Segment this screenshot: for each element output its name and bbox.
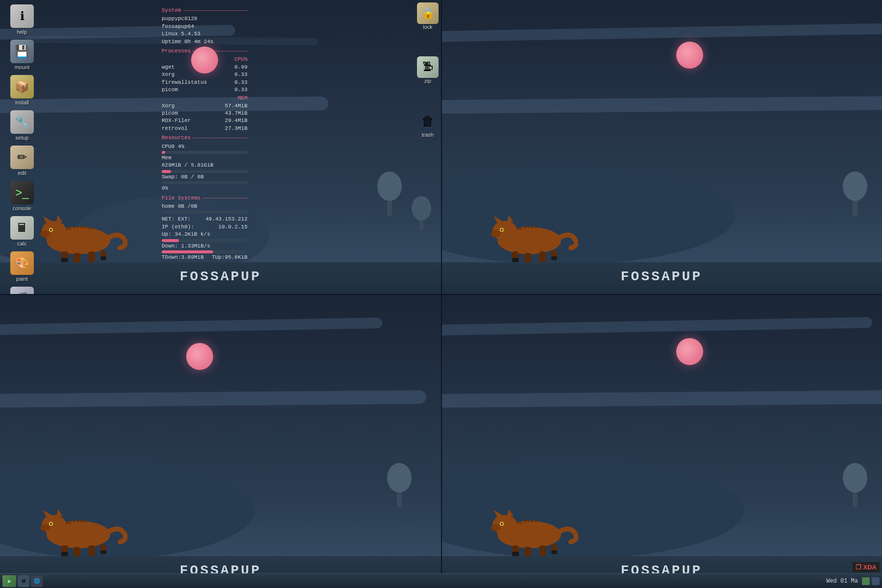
sysmon-cpu-fill bbox=[162, 151, 165, 154]
sysmon-net-totals: TDown:3.89MiB TUp:95.6KiB bbox=[162, 254, 247, 261]
calc-icon-box: 🖩 bbox=[10, 216, 34, 240]
mount-icon-label: mount bbox=[15, 64, 30, 70]
sysmon-mem-fill bbox=[162, 170, 171, 173]
fossapup-text-q1: FOSSAPUP bbox=[180, 269, 261, 284]
animal-q2 bbox=[480, 196, 578, 267]
sidebar-item-paint[interactable]: 🎨 paint bbox=[2, 249, 42, 284]
right-icons: 🔒 lock 🗜 zip 🗑 trash bbox=[417, 2, 439, 138]
svg-point-44 bbox=[501, 523, 503, 525]
svg-rect-35 bbox=[88, 545, 95, 556]
sysmon-mem-label: Mem bbox=[162, 154, 247, 162]
xda-label: XDA bbox=[863, 564, 877, 571]
svg-rect-37 bbox=[61, 552, 68, 556]
moon-q2 bbox=[676, 42, 703, 69]
tree-q1-1 bbox=[377, 172, 402, 216]
xda-badge: ❐ XDA bbox=[853, 562, 880, 572]
setup-icon-label: setup bbox=[16, 135, 29, 141]
svg-rect-47 bbox=[524, 547, 531, 557]
quadrant-bottom-left: FOSSAPUP bbox=[0, 294, 441, 588]
taskbar-icon-1[interactable]: 🖥 bbox=[18, 575, 29, 587]
sysmon-widget: System puppypc8128 fossapup64 Linux 5.4.… bbox=[162, 5, 247, 261]
trash-icon-item[interactable]: 🗑 trash bbox=[417, 110, 439, 138]
svg-rect-38 bbox=[100, 550, 106, 554]
zip-icon-item[interactable]: 🗜 zip bbox=[417, 56, 439, 84]
sysmon-system-title: System bbox=[162, 7, 247, 14]
sysmon-swap-label: Swap: 0B / 0B bbox=[162, 173, 247, 181]
moon-q3 bbox=[186, 343, 213, 370]
sysmon-net-up-bar bbox=[162, 239, 247, 242]
sysmon-proc-wget: wget 0.99 bbox=[162, 64, 247, 71]
calc-icon-label: calc bbox=[17, 241, 27, 246]
sysmon-fs-title: File Systems bbox=[162, 195, 247, 202]
sysmon-net-down: Down: 1.33MiB/s bbox=[162, 243, 247, 250]
svg-rect-25 bbox=[551, 256, 557, 260]
sidebar-item-listen[interactable]: 🎵 listen bbox=[2, 285, 42, 294]
taskbar-status bbox=[862, 577, 880, 585]
sysmon-net-ext: NET: EXT: 49.43.153.212 bbox=[162, 216, 247, 223]
help-icon-box: ℹ bbox=[10, 4, 34, 28]
svg-point-18 bbox=[501, 229, 503, 231]
sidebar-item-mount[interactable]: 💾 mount bbox=[2, 38, 42, 72]
sysmon-cpu-label: CPU0 4% bbox=[162, 143, 247, 150]
sysmon-net-down-fill bbox=[162, 250, 213, 253]
sidebar-item-install[interactable]: 📦 install bbox=[2, 73, 42, 107]
trash-icon-box: 🗑 bbox=[417, 110, 439, 132]
svg-point-45 bbox=[491, 524, 501, 531]
listen-icon-box: 🎵 bbox=[10, 287, 34, 294]
sysmon-net-up-fill bbox=[162, 239, 179, 242]
svg-marker-42 bbox=[507, 509, 514, 516]
animal-q4 bbox=[480, 490, 578, 561]
sysmon-res-title: Resources bbox=[162, 134, 247, 142]
svg-rect-9 bbox=[88, 251, 95, 262]
svg-rect-48 bbox=[539, 545, 546, 556]
sysmon-mem-retrovol: retrovol 27.3MiB bbox=[162, 125, 247, 132]
sysmon-mem-used: 629MiB / 5.81GiB bbox=[162, 162, 247, 169]
sidebar-item-edit[interactable]: ✏ edit bbox=[2, 144, 42, 178]
desktop: FOSSAPUP ℹ help 💾 mount 📦 install 🔧 setu… bbox=[0, 0, 882, 588]
trash-label: trash bbox=[422, 132, 434, 138]
status-vol bbox=[872, 577, 880, 585]
sysmon-proc-title: Processes bbox=[162, 48, 247, 55]
svg-rect-12 bbox=[100, 256, 106, 260]
taskbar-time: Wed 01 Ma bbox=[826, 578, 858, 585]
svg-rect-24 bbox=[512, 258, 519, 262]
tree-q2-1 bbox=[843, 172, 867, 216]
svg-marker-29 bbox=[56, 509, 63, 516]
sysmon-cpu-bar bbox=[162, 151, 247, 154]
lock-icon-item[interactable]: 🔒 lock bbox=[417, 2, 439, 30]
sysmon-hostname: puppypc8128 bbox=[162, 15, 247, 23]
svg-marker-16 bbox=[507, 215, 514, 222]
tree-q3-1 bbox=[387, 463, 412, 507]
svg-point-19 bbox=[491, 230, 501, 237]
sidebar: ℹ help 💾 mount 📦 install 🔧 setup ✏ edit … bbox=[0, 0, 49, 294]
svg-point-32 bbox=[40, 524, 50, 531]
svg-rect-22 bbox=[539, 251, 546, 262]
tree-q4-1 bbox=[843, 463, 867, 507]
quadrant-top-left: FOSSAPUP ℹ help 💾 mount 📦 install 🔧 setu… bbox=[0, 0, 441, 294]
sidebar-item-console[interactable]: >_ console bbox=[2, 179, 42, 213]
animal-q3 bbox=[29, 490, 127, 561]
moon-q4 bbox=[676, 338, 703, 365]
zip-icon-box: 🗜 bbox=[417, 56, 439, 78]
sidebar-item-calc[interactable]: 🖩 calc bbox=[2, 214, 42, 248]
sysmon-os: fossapup64 bbox=[162, 23, 247, 30]
console-icon-box: >_ bbox=[10, 181, 34, 204]
sysmon-cpu-header: CPU% bbox=[162, 56, 247, 63]
sysmon-swap-pct: 0% bbox=[162, 185, 247, 192]
taskbar: ▶ 🖥 🌐 Wed 01 Ma bbox=[0, 573, 882, 588]
sysmon-fs-bar bbox=[162, 211, 247, 214]
svg-rect-21 bbox=[524, 253, 531, 263]
sidebar-item-setup[interactable]: 🔧 setup bbox=[2, 108, 42, 143]
sysmon-mem-header: MEM bbox=[162, 95, 247, 102]
taskbar-start-button[interactable]: ▶ bbox=[2, 575, 16, 587]
setup-icon-box: 🔧 bbox=[10, 110, 34, 134]
taskbar-icon-2[interactable]: 🌐 bbox=[31, 575, 43, 587]
sysmon-mem-xorg: Xorg 57.4MiB bbox=[162, 102, 247, 110]
sysmon-proc-fw: firewallstatus 0.33 bbox=[162, 79, 247, 86]
sysmon-proc-xorg: Xorg 0.33 bbox=[162, 71, 247, 78]
sidebar-item-help[interactable]: ℹ help bbox=[2, 2, 42, 37]
sysmon-net-down-bar bbox=[162, 250, 247, 253]
svg-point-31 bbox=[50, 523, 52, 525]
sysmon-mem-bar bbox=[162, 170, 247, 173]
sysmon-proc-picom: picom 0.33 bbox=[162, 86, 247, 94]
